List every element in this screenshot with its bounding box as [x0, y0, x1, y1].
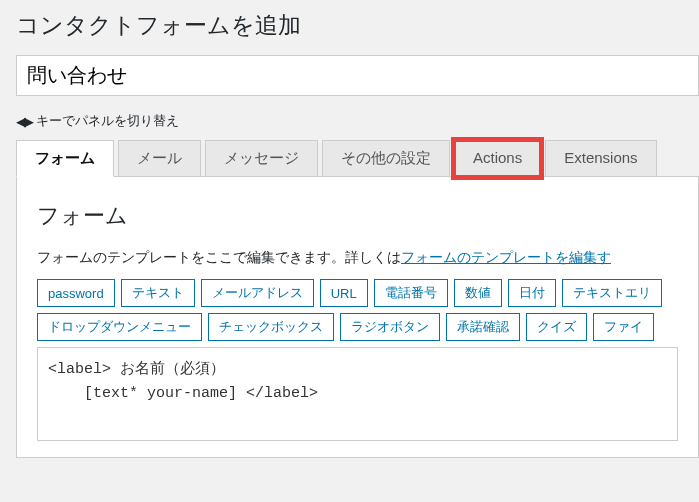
tab-bar: フォーム メール メッセージ その他の設定 Actions Extensions	[16, 140, 699, 177]
tag-file-button[interactable]: ファイ	[593, 313, 654, 341]
tab-extensions[interactable]: Extensions	[545, 140, 656, 177]
tag-quiz-button[interactable]: クイズ	[526, 313, 587, 341]
tag-radio-button[interactable]: ラジオボタン	[340, 313, 440, 341]
form-title-input[interactable]	[16, 55, 699, 96]
tab-message[interactable]: メッセージ	[205, 140, 318, 177]
tag-tel-button[interactable]: 電話番号	[374, 279, 448, 307]
tab-mail[interactable]: メール	[118, 140, 201, 177]
form-panel: フォーム フォームのテンプレートをここで編集できます。詳しくはフォームのテンプレ…	[16, 176, 699, 458]
tag-number-button[interactable]: 数値	[454, 279, 502, 307]
tag-acceptance-button[interactable]: 承諾確認	[446, 313, 520, 341]
panel-desc-text: フォームのテンプレートをここで編集できます。詳しくは	[37, 249, 401, 265]
tag-textarea-button[interactable]: テキストエリ	[562, 279, 662, 307]
tag-url-button[interactable]: URL	[320, 279, 368, 307]
panel-description: フォームのテンプレートをここで編集できます。詳しくはフォームのテンプレートを編集…	[37, 249, 678, 267]
arrow-left-right-icon: ◀▶	[16, 114, 32, 129]
form-template-textarea[interactable]	[37, 347, 678, 441]
hint-text: キーでパネルを切り替え	[36, 112, 179, 130]
tag-password-button[interactable]: password	[37, 279, 115, 307]
tag-email-button[interactable]: メールアドレス	[201, 279, 314, 307]
tag-button-row-2: ドロップダウンメニュー チェックボックス ラジオボタン 承諾確認 クイズ ファイ	[37, 313, 678, 341]
tag-checkbox-button[interactable]: チェックボックス	[208, 313, 334, 341]
panel-heading: フォーム	[37, 201, 678, 231]
tag-button-row-1: password テキスト メールアドレス URL 電話番号 数値 日付 テキス…	[37, 279, 678, 307]
tag-date-button[interactable]: 日付	[508, 279, 556, 307]
tab-other-settings[interactable]: その他の設定	[322, 140, 450, 177]
tab-form[interactable]: フォーム	[16, 140, 114, 177]
panel-switch-hint: ◀▶ キーでパネルを切り替え	[16, 112, 699, 130]
tag-dropdown-button[interactable]: ドロップダウンメニュー	[37, 313, 202, 341]
page-title: コンタクトフォームを追加	[16, 10, 699, 41]
tab-actions[interactable]: Actions	[454, 140, 541, 177]
tag-text-button[interactable]: テキスト	[121, 279, 195, 307]
template-edit-link[interactable]: フォームのテンプレートを編集す	[401, 249, 611, 265]
